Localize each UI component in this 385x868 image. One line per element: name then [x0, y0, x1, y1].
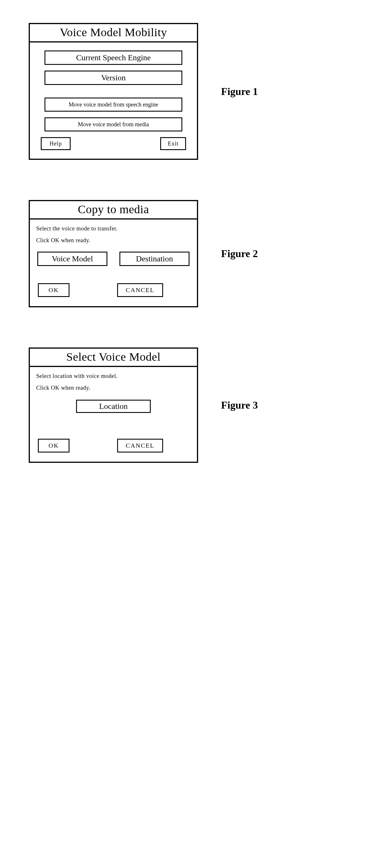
instruction-text: Click OK when ready. — [36, 237, 191, 244]
figure-2-row: Copy to media Select the voice mode to t… — [29, 200, 385, 307]
instruction-text: Select the voice mode to transfer. — [36, 225, 191, 232]
figure-label: Figure 2 — [221, 248, 258, 260]
move-from-media-button[interactable]: Move voice model from media — [45, 117, 182, 131]
dialog-title: Select Voice Model — [30, 349, 197, 367]
figure-1-row: Voice Model Mobility Current Speech Engi… — [29, 23, 385, 160]
dialog-title: Copy to media — [30, 201, 197, 219]
exit-button[interactable]: Exit — [160, 137, 186, 150]
dialog-body: Select location with voice model. Click … — [30, 367, 197, 462]
voice-model-mobility-dialog: Voice Model Mobility Current Speech Engi… — [29, 23, 198, 160]
bottom-button-row: Help Exit — [38, 137, 188, 150]
instruction-text: Select location with voice model. — [36, 373, 191, 379]
voice-model-button[interactable]: Voice Model — [37, 252, 107, 266]
selection-row: Voice Model Destination — [36, 252, 191, 266]
destination-button[interactable]: Destination — [119, 252, 189, 266]
figure-label: Figure 1 — [221, 86, 258, 98]
ok-cancel-row: OK CANCEL — [36, 439, 191, 455]
spacer — [38, 91, 188, 98]
instruction-text: Click OK when ready. — [36, 384, 191, 391]
current-speech-engine-button[interactable]: Current Speech Engine — [45, 51, 182, 65]
dialog-title: Voice Model Mobility — [30, 24, 197, 42]
dialog-body: Current Speech Engine Version Move voice… — [30, 42, 197, 159]
cancel-button[interactable]: CANCEL — [117, 439, 163, 453]
select-voice-model-dialog: Select Voice Model Select location with … — [29, 347, 198, 463]
ok-button[interactable]: OK — [38, 439, 69, 453]
ok-button[interactable]: OK — [38, 283, 69, 297]
copy-to-media-dialog: Copy to media Select the voice mode to t… — [29, 200, 198, 307]
version-button[interactable]: Version — [45, 70, 182, 85]
cancel-button[interactable]: CANCEL — [117, 283, 163, 297]
location-button[interactable]: Location — [76, 400, 151, 413]
help-button[interactable]: Help — [41, 137, 70, 150]
dialog-body: Select the voice mode to transfer. Click… — [30, 219, 197, 306]
ok-cancel-row: OK CANCEL — [36, 283, 191, 299]
move-from-speech-engine-button[interactable]: Move voice model from speech engine — [45, 98, 182, 112]
figure-3-row: Select Voice Model Select location with … — [29, 347, 385, 463]
figure-label: Figure 3 — [221, 399, 258, 411]
